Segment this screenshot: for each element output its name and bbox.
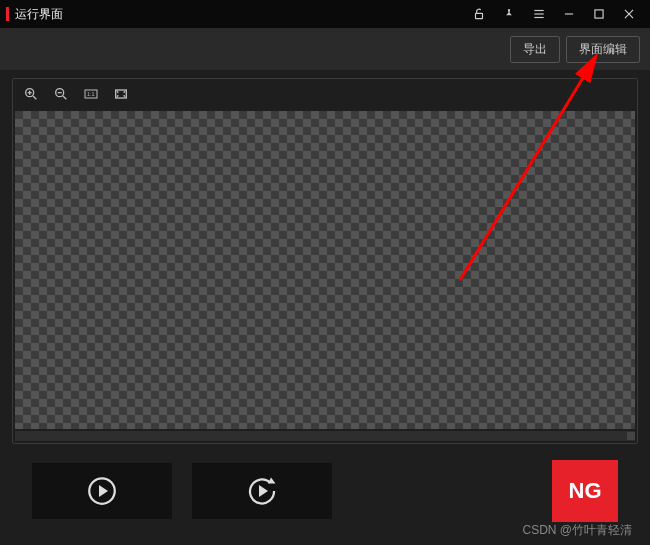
window-title: 运行界面 xyxy=(15,6,63,23)
canvas-area: 1:1 xyxy=(12,78,638,444)
titlebar: 运行界面 xyxy=(0,0,650,28)
svg-line-9 xyxy=(33,96,36,99)
title-accent xyxy=(6,7,9,21)
topbar: 导出 界面编辑 xyxy=(0,28,650,70)
zoom-out-icon[interactable] xyxy=(51,84,71,104)
svg-rect-0 xyxy=(476,13,483,18)
status-badge: NG xyxy=(552,460,618,522)
export-button[interactable]: 导出 xyxy=(510,36,560,63)
watermark: CSDN @竹叶青轻清 xyxy=(522,522,632,539)
bottom-controls: NG xyxy=(0,448,650,522)
loop-play-button[interactable] xyxy=(192,463,332,519)
svg-marker-19 xyxy=(99,485,108,497)
edit-ui-button[interactable]: 界面编辑 xyxy=(566,36,640,63)
unlock-icon[interactable] xyxy=(464,0,494,28)
play-button[interactable] xyxy=(32,463,172,519)
svg-rect-5 xyxy=(595,10,603,18)
hamburger-menu-icon[interactable] xyxy=(524,0,554,28)
zoom-in-icon[interactable] xyxy=(21,84,41,104)
close-icon[interactable] xyxy=(614,0,644,28)
canvas-toolbar: 1:1 xyxy=(13,79,637,109)
svg-marker-21 xyxy=(259,485,268,497)
minimize-icon[interactable] xyxy=(554,0,584,28)
pin-icon[interactable] xyxy=(494,0,524,28)
fit-screen-icon[interactable] xyxy=(111,84,131,104)
svg-text:1:1: 1:1 xyxy=(87,91,94,97)
zoom-actual-icon[interactable]: 1:1 xyxy=(81,84,101,104)
maximize-icon[interactable] xyxy=(584,0,614,28)
horizontal-scrollbar[interactable] xyxy=(15,431,635,441)
canvas-view[interactable] xyxy=(15,111,635,429)
svg-line-13 xyxy=(63,96,66,99)
